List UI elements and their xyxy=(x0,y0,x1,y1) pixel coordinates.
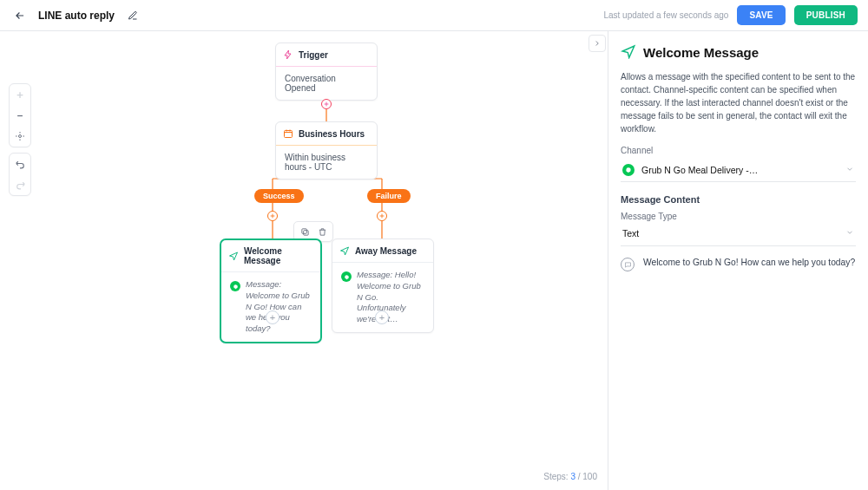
steps-counter: Steps: 3 / 100 xyxy=(543,472,597,481)
message-body-row[interactable]: Welcome to Grub N Go! How can we help yo… xyxy=(621,257,856,271)
line-channel-icon xyxy=(622,164,635,176)
business-hours-node[interactable]: Business Hours Within business hours - U… xyxy=(275,121,378,180)
back-button[interactable] xyxy=(10,6,30,25)
add-step-after-away[interactable]: + xyxy=(375,310,389,324)
message-bubble-icon xyxy=(621,258,635,271)
svg-rect-13 xyxy=(303,230,308,235)
duplicate-node-button[interactable] xyxy=(298,225,312,238)
edit-title-button[interactable] xyxy=(123,6,142,25)
success-chip: Success xyxy=(254,189,304,203)
save-button[interactable]: SAVE xyxy=(737,5,785,25)
add-step-success-branch[interactable] xyxy=(267,211,278,221)
message-content-label: Message Content xyxy=(621,194,856,205)
zoom-toolbar: ＋ － xyxy=(9,83,31,147)
line-channel-icon xyxy=(230,281,240,291)
collapse-panel-button[interactable] xyxy=(589,35,606,52)
message-body-text: Welcome to Grub N Go! How can we help yo… xyxy=(643,257,855,269)
properties-panel: Welcome Message Allows a message with th… xyxy=(608,31,868,490)
failure-chip: Failure xyxy=(367,189,411,203)
channel-value: Grub N Go Meal Delivery -… xyxy=(641,165,758,175)
last-updated-text: Last updated a few seconds ago xyxy=(603,10,728,20)
zoom-in-button[interactable]: ＋ xyxy=(9,84,31,105)
send-icon xyxy=(621,43,636,62)
delete-node-button[interactable] xyxy=(315,225,329,238)
panel-description: Allows a message with the specified cont… xyxy=(621,70,856,135)
fit-view-button[interactable] xyxy=(9,126,31,147)
channel-select[interactable]: Grub N Go Meal Delivery -… xyxy=(621,159,856,182)
welcome-message-node[interactable]: Welcome Message Message: Welcome to Grub… xyxy=(220,238,322,343)
publish-button[interactable]: PUBLISH xyxy=(794,5,858,25)
away-node-preview: Message: Hello! Welcome to Grub N Go. Un… xyxy=(357,270,424,325)
svg-point-0 xyxy=(19,135,22,138)
away-node-title: Away Message xyxy=(355,246,417,256)
welcome-node-preview: Message: Welcome to Grub N Go! How can w… xyxy=(246,279,312,335)
trigger-body: Conversation Opened xyxy=(276,66,377,100)
redo-button[interactable] xyxy=(9,174,31,195)
history-toolbar xyxy=(9,153,31,196)
send-icon xyxy=(228,251,239,261)
svg-rect-12 xyxy=(285,131,293,138)
message-type-label: Message Type xyxy=(621,212,856,221)
message-type-select[interactable]: Text xyxy=(621,225,856,246)
svg-rect-14 xyxy=(301,228,306,233)
add-step-after-trigger[interactable] xyxy=(321,99,332,109)
chevron-down-icon xyxy=(845,228,854,238)
add-step-after-welcome[interactable]: + xyxy=(266,310,279,324)
business-hours-body: Within business hours - UTC xyxy=(276,145,377,179)
workflow-canvas[interactable]: ＋ － xyxy=(0,31,608,490)
trigger-title: Trigger xyxy=(299,50,328,60)
trigger-node[interactable]: Trigger Conversation Opened xyxy=(275,42,378,101)
add-step-failure-branch[interactable] xyxy=(377,211,387,221)
calendar-icon xyxy=(283,128,293,139)
zoom-out-button[interactable]: － xyxy=(9,105,31,126)
workflow-title: LINE auto reply xyxy=(38,10,115,22)
panel-title-text: Welcome Message xyxy=(643,45,759,60)
channel-label: Channel xyxy=(621,146,856,155)
undo-button[interactable] xyxy=(9,154,31,174)
message-type-value: Text xyxy=(622,228,639,238)
chevron-down-icon xyxy=(845,165,854,175)
welcome-node-title: Welcome Message xyxy=(244,246,313,265)
app-header: LINE auto reply Last updated a few secon… xyxy=(0,0,868,31)
send-icon xyxy=(339,245,350,256)
business-hours-title: Business Hours xyxy=(299,129,365,139)
trigger-icon xyxy=(283,49,293,60)
line-channel-icon xyxy=(341,271,352,282)
